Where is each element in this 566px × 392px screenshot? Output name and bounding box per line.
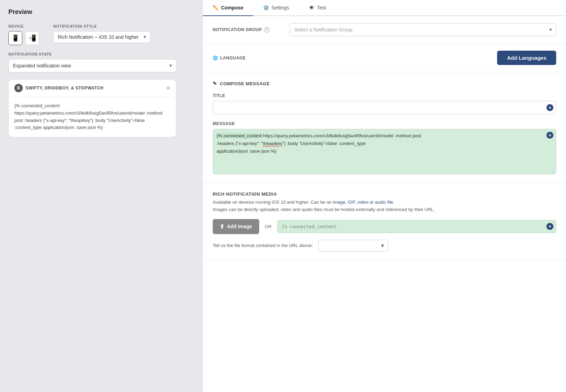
settings-tab-icon: ⚙️	[263, 5, 269, 10]
message-tag-start: {% connected_content	[217, 133, 262, 138]
left-panel: Preview DEVICE 📱 📲 NOTIFICATION STYLE Ri…	[0, 0, 203, 392]
test-tab-label: Test	[317, 5, 326, 10]
notification-group-label-wrapper: NOTIFICATION GROUP ?	[213, 27, 283, 32]
compose-message-section: ✎ COMPOSE MESSAGE TITLE + MESSAGE {% con…	[203, 72, 566, 183]
rich-media-row: ⬆ Add Image OR +	[213, 219, 556, 234]
notification-group-select[interactable]: Select a Notification Group	[290, 23, 556, 36]
tablet-device-btn[interactable]: 📲	[25, 31, 39, 45]
device-section: DEVICE 📱 📲 NOTIFICATION STYLE Rich Notif…	[8, 24, 194, 45]
message-headers: :headers {"x-api-key": "	[217, 141, 263, 146]
info-icon[interactable]: ?	[264, 27, 270, 32]
language-label-wrapper: 🌐 LANGUAGE	[213, 56, 283, 60]
message-body: "} :body "UseActivity"=false :content_ty…	[282, 141, 366, 146]
tab-settings[interactable]: ⚙️ Settings	[253, 0, 299, 16]
title-input[interactable]	[213, 101, 556, 114]
message-apikey: theapikey	[263, 141, 282, 146]
title-plus-icon[interactable]: +	[546, 104, 553, 111]
message-field-label: MESSAGE	[213, 121, 556, 126]
tabs-bar: ✏️ Compose ⚙️ Settings 👁️ Test	[203, 0, 566, 16]
add-image-button[interactable]: ⬆ Add Image	[213, 219, 259, 234]
right-panel: ✏️ Compose ⚙️ Settings 👁️ Test NOTIFICAT…	[203, 0, 566, 392]
rich-media-desc: Available on devices running iOS 10 and …	[213, 199, 556, 213]
preview-card-header-left: B SWIFTY, DROIDBOY, & STOPWATCH	[14, 84, 104, 92]
url-plus-icon[interactable]: +	[546, 223, 553, 230]
notification-style-select[interactable]: Rich Notification -- iOS 10 and higherSt…	[53, 31, 150, 43]
add-image-label: Add Image	[227, 224, 252, 229]
preview-card-app-name: SWIFTY, DROIDBOY, & STOPWATCH	[26, 86, 104, 90]
file-format-select[interactable]	[318, 240, 388, 252]
message-plus-icon[interactable]: +	[546, 132, 553, 139]
file-format-select-wrapper: ▼	[318, 240, 388, 252]
app-icon-text: B	[17, 86, 20, 90]
language-label: LANGUAGE	[220, 56, 246, 60]
message-url: https://query.petametrics.com/v3/lkdk9us…	[263, 133, 421, 138]
close-icon[interactable]: ✕	[166, 85, 170, 92]
tab-test[interactable]: 👁️ Test	[299, 0, 336, 16]
resize-handle-icon: ⤡	[551, 169, 556, 174]
rich-media-link[interactable]: image, GIF, video or audio file.	[333, 199, 395, 205]
language-actions: Add Languages	[290, 51, 556, 65]
notification-state-wrapper: Expanded notification viewCollapsed noti…	[8, 59, 176, 72]
message-content-type: application/json :save json %}	[217, 148, 276, 154]
upload-icon: ⬆	[220, 223, 224, 230]
device-group: DEVICE 📱 📲	[8, 24, 39, 45]
preview-title: Preview	[8, 8, 194, 16]
compose-message-title: ✎ COMPOSE MESSAGE	[213, 81, 556, 86]
file-format-row: Tell us the file format contained in the…	[213, 240, 556, 252]
rich-media-title: RICH NOTIFICATION MEDIA	[213, 191, 556, 197]
title-field-group: TITLE +	[213, 93, 556, 114]
rich-media-desc-text: Available on devices running iOS 10 and …	[213, 199, 333, 205]
title-field-label: TITLE	[213, 93, 556, 98]
compose-tab-label: Compose	[221, 5, 243, 10]
compose-edit-icon: ✎	[213, 81, 217, 86]
file-format-label: Tell us the file format contained in the…	[213, 243, 313, 248]
url-input[interactable]	[277, 220, 556, 233]
rich-media-desc2: Images can be directly uploaded; video a…	[213, 207, 435, 212]
compose-tab-icon: ✏️	[213, 5, 219, 10]
preview-card-header: B SWIFTY, DROIDBOY, & STOPWATCH ✕	[9, 80, 176, 97]
notification-style-group: NOTIFICATION STYLE Rich Notification -- …	[53, 24, 150, 43]
notification-style-wrapper: Rich Notification -- iOS 10 and higherSt…	[53, 31, 150, 43]
phone-device-btn[interactable]: 📱	[8, 31, 22, 45]
notification-group-label: NOTIFICATION GROUP	[213, 27, 262, 32]
test-tab-icon: 👁️	[309, 5, 314, 10]
language-row: 🌐 LANGUAGE Add Languages	[203, 44, 566, 72]
notification-state-label: NOTIFICATION STATE	[8, 52, 194, 56]
preview-message-content: {% connected_content https://query.petam…	[14, 103, 162, 130]
message-content-display[interactable]: {% connected_content https://query.petam…	[213, 129, 556, 174]
globe-icon: 🌐	[213, 56, 218, 60]
preview-card: B SWIFTY, DROIDBOY, & STOPWATCH ✕ {% con…	[8, 79, 176, 137]
notification-group-select-wrapper: Select a Notification Group ▼	[290, 23, 556, 36]
device-label: DEVICE	[8, 24, 39, 28]
settings-tab-label: Settings	[271, 5, 289, 10]
message-textarea-container: {% connected_content https://query.petam…	[213, 129, 556, 174]
tab-compose[interactable]: ✏️ Compose	[203, 0, 253, 16]
title-input-wrapper: +	[213, 101, 556, 114]
notification-state-select[interactable]: Expanded notification viewCollapsed noti…	[8, 59, 176, 72]
preview-card-body: {% connected_content https://query.petam…	[9, 97, 176, 137]
url-input-wrapper: +	[277, 220, 556, 233]
notification-state-section: NOTIFICATION STATE Expanded notification…	[8, 52, 194, 72]
or-text: OR	[265, 224, 272, 229]
app-icon: B	[14, 84, 23, 92]
add-languages-button[interactable]: Add Languages	[497, 51, 556, 65]
message-field-group: MESSAGE {% connected_content https://que…	[213, 121, 556, 174]
compose-message-label: COMPOSE MESSAGE	[220, 81, 270, 86]
rich-notification-media-section: RICH NOTIFICATION MEDIA Available on dev…	[203, 183, 566, 260]
notification-group-row: NOTIFICATION GROUP ? Select a Notificati…	[203, 16, 566, 44]
notification-style-label: NOTIFICATION STYLE	[53, 24, 150, 28]
device-icons: 📱 📲	[8, 31, 39, 45]
